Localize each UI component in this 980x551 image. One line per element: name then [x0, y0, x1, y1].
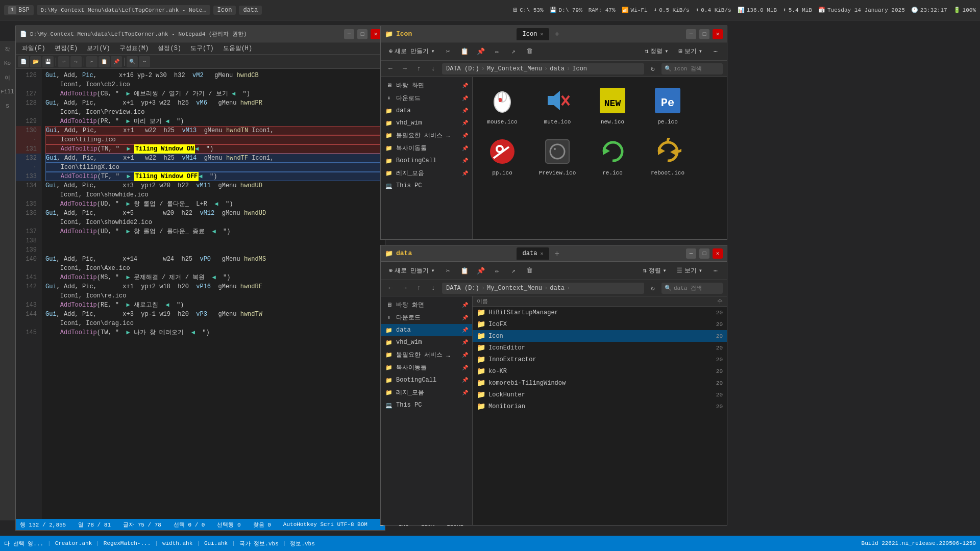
menu-edit[interactable]: 편집(E) — [51, 43, 82, 54]
icon-item-pp[interactable]: pp.ico — [477, 132, 528, 179]
file-item-lockhunter[interactable]: 📁 LockHunter 20 — [473, 389, 727, 400]
data-close-btn[interactable]: ✕ — [713, 248, 723, 259]
nav-downloads[interactable]: ⬇ 다운로드 📌 — [381, 92, 472, 105]
icon-refresh-btn[interactable]: ↻ — [647, 63, 658, 74]
nav-thispc[interactable]: 💻 This PC — [381, 180, 472, 192]
data-refresh-btn[interactable]: ↻ — [647, 283, 658, 294]
code-area[interactable]: Gui, Add, Pic, x+16 yp-2 w30 h32 vM2 gMe… — [41, 69, 385, 519]
icon-tab-close[interactable]: ✕ — [540, 31, 543, 37]
data-nav-desktop[interactable]: 🖥 바탕 화면 📌 — [381, 298, 472, 311]
file-item-komorebi[interactable]: 📁 komorebi-TilingWindow 20 — [473, 377, 727, 389]
icon-tab-add[interactable]: + — [551, 29, 562, 40]
data-nav-regedit[interactable]: 📁 레지_모음 📌 — [381, 386, 472, 399]
data-nav-vhd[interactable]: 📁 vhd_wim 📌 — [381, 336, 472, 348]
notepad-maximize-btn[interactable]: □ — [357, 29, 368, 39]
icon-maximize-btn[interactable]: □ — [699, 29, 709, 39]
taskbar-bsp[interactable]: 1 BSP — [4, 5, 34, 15]
icon-tab[interactable]: Icon ✕ — [517, 28, 550, 40]
data-new-btn[interactable]: ⊕ 새로 만들기 ▾ — [385, 264, 439, 277]
icon-item-mute[interactable]: mute.ico — [532, 81, 583, 128]
bottom-item-7[interactable]: 정보.vbs — [290, 540, 314, 547]
taskbar-data-folder[interactable]: data — [239, 6, 262, 15]
toolbar-redo[interactable]: ↪ — [70, 56, 82, 67]
toolbar-paste[interactable]: 📌 — [111, 56, 122, 67]
bottom-item-1[interactable]: 다 선택 영... — [4, 540, 43, 547]
bottom-item-3[interactable]: RegexMatch-... — [104, 540, 151, 546]
data-copy-btn[interactable]: 📋 — [457, 264, 472, 278]
data-up-btn[interactable]: ↑ — [413, 283, 425, 294]
nav-vhd[interactable]: 📁 vhd_wim 📌 — [381, 117, 472, 129]
bottom-item-4[interactable]: width.ahk — [162, 540, 192, 546]
icon-copy-btn[interactable]: 📋 — [457, 44, 472, 59]
icon-back-btn[interactable]: ← — [385, 63, 396, 74]
toolbar-cut[interactable]: ✂ — [86, 56, 97, 67]
bottom-item-6[interactable]: 국가 정보.vbs — [239, 540, 279, 547]
nav-copy[interactable]: 📁 복사이동툴 📌 — [381, 142, 472, 155]
file-item-icon[interactable]: 📁 Icon 20 — [473, 330, 727, 342]
bottom-item-2[interactable]: Creator.ahk — [55, 540, 92, 546]
data-nav-copy[interactable]: 📁 복사이동툴 📌 — [381, 361, 472, 374]
nav-regedit[interactable]: 📁 레지_모음 📌 — [381, 167, 472, 180]
data-down-btn[interactable]: ↓ — [428, 283, 439, 294]
data-nav-downloads[interactable]: ⬇ 다운로드 📌 — [381, 311, 472, 324]
toolbar-copy[interactable]: 📋 — [99, 56, 110, 67]
toolbar-save[interactable]: 💾 — [42, 56, 54, 67]
data-view-btn[interactable]: ☰ 보기 ▾ — [673, 264, 706, 277]
data-minimize-btn[interactable]: ─ — [686, 248, 696, 259]
icon-forward-btn[interactable]: → — [399, 63, 410, 74]
menu-view[interactable]: 보기(V) — [83, 43, 114, 54]
icon-down-btn[interactable]: ↓ — [428, 63, 439, 74]
icon-minimize-btn[interactable]: ─ — [686, 29, 696, 39]
data-paste-btn[interactable]: 📌 — [474, 264, 488, 278]
sidebar-icon-1[interactable]: 작 — [2, 43, 14, 55]
icon-item-pe[interactable]: Pe pe.ico — [642, 81, 693, 128]
data-tab[interactable]: data ✕ — [517, 247, 550, 260]
icon-item-reboot[interactable]: reboot.ico — [642, 132, 693, 179]
icon-view-btn[interactable]: ⊞ 보기 ▾ — [675, 45, 706, 58]
notepad-minimize-btn[interactable]: ─ — [344, 29, 354, 39]
file-item-innoextractor[interactable]: 📁 InnoExtractor 20 — [473, 354, 727, 365]
data-more-btn[interactable]: ⋯ — [708, 264, 723, 278]
menu-help[interactable]: 도움말(H) — [219, 43, 257, 54]
sidebar-icon-4[interactable]: Fill — [2, 86, 14, 98]
data-nav-thispc[interactable]: 💻 This PC — [381, 399, 472, 411]
file-item-iconeditor[interactable]: 📁 IconEditor 20 — [473, 342, 727, 354]
data-maximize-btn[interactable]: □ — [699, 248, 709, 259]
icon-paste-btn[interactable]: 📌 — [474, 44, 488, 59]
icon-item-preview[interactable]: Preview.ico — [532, 132, 583, 179]
icon-new-btn[interactable]: ⊕ 새로 만들기 ▾ — [385, 45, 439, 58]
icon-path[interactable]: DATA (D:) › My_Context_Menu › data › Ico… — [442, 63, 644, 74]
menu-tools[interactable]: 도구(T) — [186, 43, 218, 54]
menu-file[interactable]: 파일(F) — [18, 43, 50, 54]
file-item-hibit[interactable]: 📁 HiBitStartupManager 20 — [473, 307, 727, 318]
icon-cut-btn[interactable]: ✂ — [441, 44, 455, 59]
icon-up-btn[interactable]: ↑ — [413, 63, 425, 74]
data-path[interactable]: DATA (D:) › My_Context_Menu › data › — [442, 283, 644, 294]
data-tab-add[interactable]: + — [551, 248, 562, 260]
icon-item-mouse[interactable]: mouse.ico — [477, 81, 528, 128]
data-nav-data[interactable]: 📁 data 📌 — [381, 324, 472, 336]
icon-close-btn[interactable]: ✕ — [713, 29, 723, 39]
data-nav-booting[interactable]: 📁 BootingCall 📌 — [381, 374, 472, 386]
file-item-kokr[interactable]: 📁 ko-KR 20 — [473, 365, 727, 377]
file-item-icofx[interactable]: 📁 IcoFX 20 — [473, 318, 727, 330]
toolbar-open[interactable]: 📂 — [30, 56, 41, 67]
menu-settings[interactable]: 설정(S) — [154, 43, 185, 54]
icon-rename-btn[interactable]: ✏ — [490, 44, 504, 59]
data-sort-btn[interactable]: ⇅ 정렬 ▾ — [639, 264, 670, 277]
toolbar-undo[interactable]: ↩ — [58, 56, 69, 67]
data-search-box[interactable]: 🔍 data 검색 — [662, 283, 723, 294]
data-nav-services[interactable]: 📁 불필요한 서비스 10개를 비 📌 — [381, 348, 472, 361]
icon-sort-btn[interactable]: ⇅ 정렬 ▾ — [641, 45, 672, 58]
nav-data[interactable]: 📁 data 📌 — [381, 105, 472, 117]
icon-search-box[interactable]: 🔍 Icon 검색 — [662, 63, 723, 74]
icon-item-re[interactable]: re.ico — [587, 132, 638, 179]
icon-delete-btn[interactable]: 🗑 — [523, 44, 537, 59]
data-delete-btn[interactable]: 🗑 — [523, 264, 537, 278]
taskbar-notepad[interactable]: D:\My_Context_Menu\data\LeftTopCorner.ah… — [37, 5, 210, 15]
data-tab-close[interactable]: ✕ — [540, 251, 543, 257]
sidebar-icon-2[interactable]: Ko — [2, 57, 14, 69]
sidebar-icon-3[interactable]: 이 — [2, 71, 14, 84]
data-rename-btn[interactable]: ✏ — [490, 264, 504, 278]
toolbar-find[interactable]: 🔍 — [127, 56, 138, 67]
